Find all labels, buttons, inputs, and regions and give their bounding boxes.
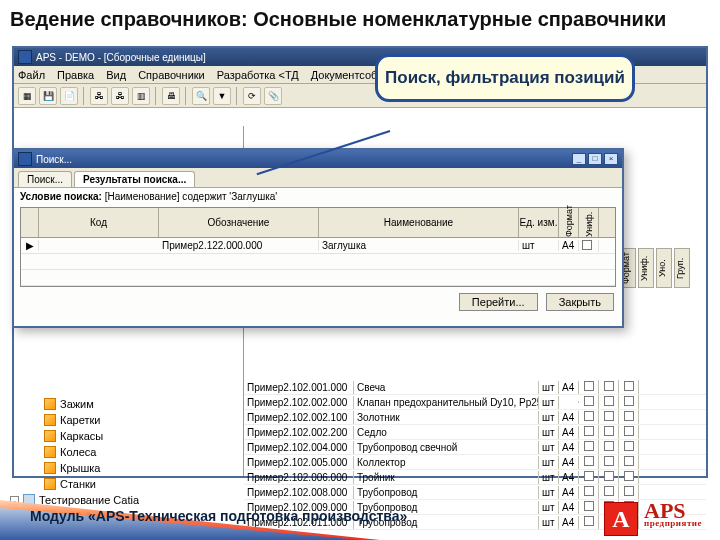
checkbox-icon[interactable] (624, 471, 634, 481)
checkbox-icon[interactable] (604, 381, 614, 391)
vertical-headers: Формат Униф. Уно. Груп. (620, 248, 690, 288)
cell-fmt: А4 (559, 411, 579, 424)
checkbox-icon[interactable] (584, 426, 594, 436)
close-icon[interactable]: × (604, 153, 618, 165)
table-row[interactable]: Пример2.102.002.100ЗолотникштА4 (244, 410, 706, 425)
checkbox-icon[interactable] (584, 471, 594, 481)
checkbox-icon[interactable] (624, 381, 634, 391)
menu-refs[interactable]: Справочники (138, 69, 205, 81)
cell-chk (599, 410, 619, 424)
tb-save-icon[interactable]: 💾 (39, 87, 57, 105)
tree-item[interactable]: Крышка (60, 462, 100, 474)
results-row-empty (21, 270, 615, 286)
minimize-icon[interactable]: _ (572, 153, 586, 165)
folder-icon (44, 430, 56, 442)
cell-chk (619, 380, 639, 394)
cell-fmt (559, 401, 579, 403)
checkbox-icon[interactable] (624, 441, 634, 451)
cell-chk (579, 470, 599, 484)
tb-filter-icon[interactable]: ▼ (213, 87, 231, 105)
cell-code: Пример2.102.002.000 (244, 396, 354, 409)
cell-chk (579, 425, 599, 439)
results-row[interactable]: ▶ Пример2.122.000.000 Заглушка шт А4 (21, 238, 615, 254)
tab-search[interactable]: Поиск... (18, 171, 72, 187)
checkbox-icon[interactable] (604, 441, 614, 451)
cell-name: Тройник (354, 471, 539, 484)
tab-results[interactable]: Результаты поиска... (74, 171, 195, 187)
menu-view[interactable]: Вид (106, 69, 126, 81)
cell-ed: шт (519, 240, 559, 251)
tb-open-icon[interactable]: 📄 (60, 87, 78, 105)
col-name[interactable]: Наименование (319, 208, 519, 237)
tree-item[interactable]: Зажим (60, 398, 94, 410)
col-ed[interactable]: Ед. изм. (519, 208, 559, 237)
checkbox-icon[interactable] (624, 426, 634, 436)
cell-fmt: А4 (559, 426, 579, 439)
cell-chk (599, 380, 619, 394)
col-unif[interactable]: Униф. (579, 208, 599, 237)
tree-item[interactable]: Каретки (60, 414, 100, 426)
checkbox-icon[interactable] (624, 411, 634, 421)
tb-refresh-icon[interactable]: ⟳ (243, 87, 261, 105)
checkbox-icon[interactable] (604, 411, 614, 421)
menu-dev[interactable]: Разработка <ТД (217, 69, 299, 81)
checkbox-icon[interactable] (584, 396, 594, 406)
tree-item[interactable]: Станки (60, 478, 96, 490)
cell-fmt: А4 (559, 456, 579, 469)
search-condition: Условие поиска: [Наименование] содержит … (14, 188, 622, 205)
checkbox-icon[interactable] (584, 381, 594, 391)
table-row[interactable]: Пример2.102.006.000ТройникштА4 (244, 470, 706, 485)
close-button[interactable]: Закрыть (546, 293, 614, 311)
cell-oboz: Пример2.122.000.000 (159, 240, 319, 251)
results-row-empty (21, 254, 615, 270)
col-code[interactable]: Код (39, 208, 159, 237)
checkbox-icon[interactable] (604, 471, 614, 481)
cell-name: Клапан предохранительный Dу10, Pр25 (354, 396, 539, 409)
tree-item[interactable]: Колеса (60, 446, 96, 458)
menu-file[interactable]: Файл (18, 69, 45, 81)
col-fmt[interactable]: Формат (559, 208, 579, 237)
col-oboz[interactable]: Обозначение (159, 208, 319, 237)
checkbox-icon[interactable] (584, 411, 594, 421)
tree-item[interactable]: Каркасы (60, 430, 103, 442)
table-row[interactable]: Пример2.102.005.000КоллекторштА4 (244, 455, 706, 470)
cell-chk (619, 395, 639, 409)
checkbox-icon[interactable] (624, 456, 634, 466)
cell-fmt: А4 (559, 441, 579, 454)
cell-name: Заглушка (319, 240, 519, 251)
table-row[interactable]: Пример2.102.001.000СвечаштА4 (244, 380, 706, 395)
checkbox-icon[interactable] (584, 441, 594, 451)
cell-chk (599, 425, 619, 439)
tb-new-icon[interactable]: ▦ (18, 87, 36, 105)
slide-footer: Модуль «APS-Техническая подготовка произ… (0, 492, 720, 540)
menu-edit[interactable]: Правка (57, 69, 94, 81)
checkbox-icon[interactable] (584, 456, 594, 466)
cell-ed: шт (539, 396, 559, 409)
app-icon (18, 50, 32, 64)
cell-chk (579, 440, 599, 454)
folder-icon (44, 398, 56, 410)
tb-tree1-icon[interactable]: 🖧 (90, 87, 108, 105)
cell-unif (579, 240, 599, 252)
table-row[interactable]: Пример2.102.002.200СедлоштА4 (244, 425, 706, 440)
goto-button[interactable]: Перейти... (459, 293, 538, 311)
tb-tree2-icon[interactable]: 🖧 (111, 87, 129, 105)
tb-att-icon[interactable]: 📎 (264, 87, 282, 105)
footer-text: Модуль «APS-Техническая подготовка произ… (30, 508, 407, 524)
tb-grid-icon[interactable]: ▥ (132, 87, 150, 105)
checkbox-icon[interactable] (604, 426, 614, 436)
maximize-icon[interactable]: □ (588, 153, 602, 165)
checkbox-icon[interactable] (582, 240, 592, 250)
checkbox-icon[interactable] (604, 396, 614, 406)
table-row[interactable]: Пример2.102.002.000Клапан предохранитель… (244, 395, 706, 410)
folder-icon (44, 414, 56, 426)
cell-ed: шт (539, 441, 559, 454)
checkbox-icon[interactable] (624, 396, 634, 406)
cell-chk (619, 425, 639, 439)
app-title-text: APS - DEMO - [Сборочные единицы] (36, 52, 206, 63)
cell-name: Трубопровод свечной (354, 441, 539, 454)
tb-print-icon[interactable]: 🖶 (162, 87, 180, 105)
table-row[interactable]: Пример2.102.004.000Трубопровод свечнойшт… (244, 440, 706, 455)
tb-find-icon[interactable]: 🔍 (192, 87, 210, 105)
checkbox-icon[interactable] (604, 456, 614, 466)
